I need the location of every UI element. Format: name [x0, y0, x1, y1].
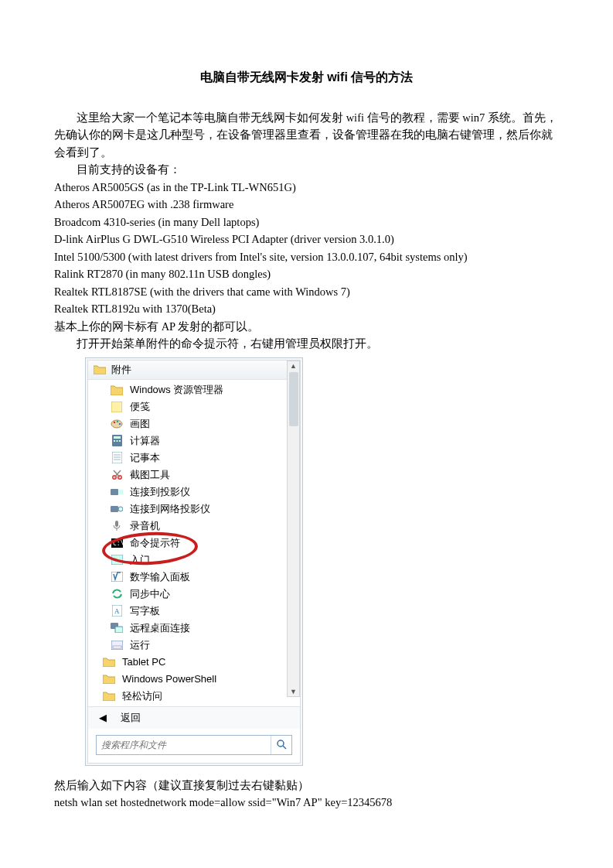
svg-rect-19	[119, 490, 123, 494]
subfolder-powershell[interactable]: Windows PowerShell	[88, 671, 300, 688]
svg-rect-26	[111, 555, 123, 565]
svg-rect-0	[111, 402, 122, 412]
menu-item-run[interactable]: 运行	[88, 637, 300, 654]
open-cmd-instruction: 打开开始菜单附件的命令提示符，右键用管理员权限打开。	[54, 335, 559, 352]
scrollbar-thumb[interactable]	[289, 372, 298, 426]
folder-header[interactable]: 附件	[88, 361, 300, 380]
device-line-3: D-link AirPlus G DWL-G510 Wireless PCI A…	[54, 231, 559, 248]
menu-item-calculator[interactable]: 计算器	[88, 432, 300, 449]
svg-rect-22	[115, 521, 118, 527]
rdp-icon	[110, 621, 124, 635]
menu-item-label: Tablet PC	[122, 656, 165, 668]
menu-item-label: 连接到投影仪	[130, 485, 190, 499]
start-menu-accessories-panel: 附件 Windows 资源管理器 便笺 画图 计算器	[85, 357, 303, 766]
svg-rect-9	[119, 440, 121, 442]
menu-item-snipping[interactable]: 截图工具	[88, 466, 300, 484]
svg-rect-31	[115, 627, 123, 633]
svg-point-4	[119, 422, 121, 425]
subfolder-tabletpc[interactable]: Tablet PC	[88, 654, 300, 671]
after-paragraph-1: 然后输入如下内容（建议直接复制过去右键黏贴）	[54, 777, 559, 794]
menu-item-paint[interactable]: 画图	[88, 415, 300, 432]
device-line-1: Atheros AR5007EG with .238 firmware	[54, 196, 559, 213]
intro-paragraph-2: 目前支持的设备有：	[54, 161, 559, 178]
mathinput-icon	[110, 570, 124, 584]
accessories-list: Windows 资源管理器 便笺 画图 计算器 记事本	[88, 380, 300, 706]
menu-item-cmd[interactable]: C:\ 命令提示符	[88, 535, 300, 552]
back-arrow-icon: ◀	[99, 712, 107, 723]
device-line-7: Realtek RTL8192u with 1370(Beta)	[54, 300, 559, 317]
search-icon[interactable]	[271, 736, 291, 754]
intro-paragraph-1: 这里给大家一个笔记本等电脑自带无线网卡如何发射 wifi 信号的教程，需要 wi…	[54, 109, 559, 161]
svg-point-2	[114, 421, 116, 423]
svg-rect-7	[114, 440, 115, 442]
search-bar	[96, 735, 292, 755]
menu-item-label: 轻松访问	[122, 689, 162, 703]
back-button[interactable]: ◀ 返回	[88, 706, 300, 729]
menu-item-label: 写字板	[130, 604, 160, 618]
cmd-icon: C:\	[110, 536, 124, 550]
paint-icon	[110, 417, 124, 431]
svg-rect-33	[113, 646, 121, 648]
svg-rect-20	[111, 506, 118, 512]
menu-item-label: 画图	[130, 417, 150, 431]
run-icon	[110, 638, 124, 652]
menu-item-wordpad[interactable]: A 写字板	[88, 603, 300, 620]
stickynote-icon	[110, 400, 124, 414]
folder-icon	[93, 364, 107, 376]
menu-item-synccenter[interactable]: 同步中心	[88, 586, 300, 603]
projector-icon	[110, 485, 124, 499]
menu-item-label: 记事本	[130, 451, 160, 465]
netprojector-icon	[110, 502, 124, 516]
menu-item-stickynotes[interactable]: 便笺	[88, 398, 300, 415]
device-line-0: Atheros AR5005GS (as in the TP-Link TL-W…	[54, 179, 559, 196]
page-title: 电脑自带无线网卡发射 wifi 信号的方法	[54, 70, 559, 86]
menu-item-label: 运行	[130, 638, 150, 652]
menu-item-gettingstarted[interactable]: 入门	[88, 552, 300, 569]
menu-item-label: 数学输入面板	[130, 570, 190, 584]
menu-item-netprojector[interactable]: 连接到网络投影仪	[88, 501, 300, 518]
explorer-icon	[110, 383, 124, 397]
subfolder-easyaccess[interactable]: 轻松访问	[88, 688, 300, 705]
svg-line-35	[283, 746, 286, 749]
wordpad-icon: A	[110, 604, 124, 618]
after-command: netsh wlan set hostednetwork mode=allow …	[54, 794, 559, 811]
menu-item-rdp[interactable]: 远程桌面连接	[88, 620, 300, 637]
svg-rect-6	[114, 436, 121, 439]
menu-item-label: Windows 资源管理器	[130, 383, 223, 397]
mic-icon	[110, 519, 124, 533]
search-input[interactable]	[97, 736, 271, 754]
device-line-4: Intel 5100/5300 (with latest drivers fro…	[54, 248, 559, 265]
menu-item-explorer[interactable]: Windows 资源管理器	[88, 381, 300, 398]
menu-item-label: 录音机	[130, 519, 160, 533]
svg-text:C:\: C:\	[113, 540, 123, 547]
menu-item-notepad[interactable]: 记事本	[88, 449, 300, 466]
scroll-up-icon[interactable]: ▲	[288, 361, 299, 371]
notepad-icon	[110, 451, 124, 465]
sync-icon	[110, 587, 124, 601]
menu-item-label: 连接到网络投影仪	[130, 502, 210, 516]
menu-item-label: Windows PowerShell	[122, 673, 216, 685]
svg-point-21	[118, 507, 123, 511]
svg-rect-18	[111, 489, 118, 495]
gettingstarted-icon	[110, 553, 124, 567]
folder-icon	[102, 672, 116, 686]
svg-point-3	[117, 420, 119, 422]
folder-icon	[102, 655, 116, 669]
device-line-6: Realtek RTL8187SE (with the drivers that…	[54, 283, 559, 300]
back-label: 返回	[121, 711, 141, 725]
scroll-down-icon[interactable]: ▼	[288, 687, 299, 696]
menu-item-label: 远程桌面连接	[130, 621, 190, 635]
folder-icon	[102, 689, 116, 703]
menu-item-label: 同步中心	[130, 587, 170, 601]
menu-item-label: 便笺	[130, 400, 150, 414]
device-line-2: Broadcom 4310-series (in many Dell lapto…	[54, 214, 559, 231]
menu-item-label: 计算器	[130, 434, 160, 448]
menu-item-recorder[interactable]: 录音机	[88, 518, 300, 535]
menu-item-mathinput[interactable]: 数学输入面板	[88, 569, 300, 586]
device-line-5: Ralink RT2870 (in many 802.11n USB dongl…	[54, 265, 559, 282]
svg-text:A: A	[114, 607, 120, 615]
menu-item-projector[interactable]: 连接到投影仪	[88, 484, 300, 501]
svg-point-34	[278, 740, 284, 747]
scrollbar[interactable]: ▲ ▼	[287, 361, 300, 697]
menu-item-label: 截图工具	[130, 468, 170, 482]
